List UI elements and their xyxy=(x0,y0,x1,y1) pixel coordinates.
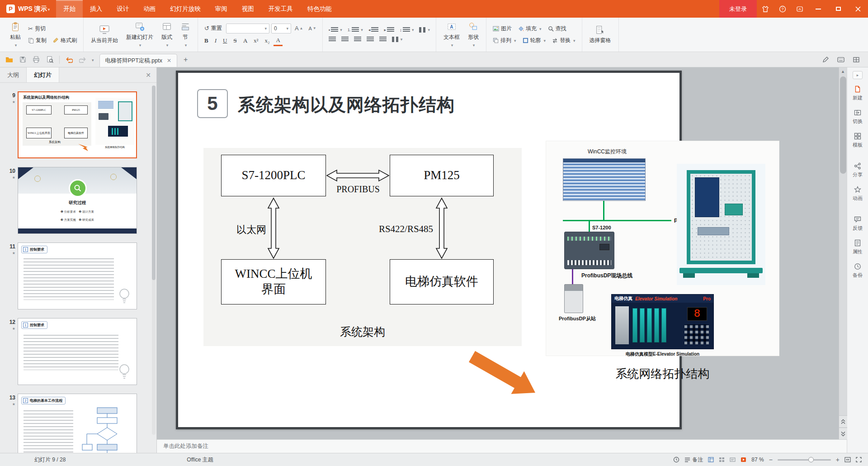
align-right-button[interactable] xyxy=(352,36,363,43)
find-button[interactable]: 查找 xyxy=(546,24,569,33)
zoom-in-button[interactable]: + xyxy=(836,456,840,463)
slide-9-editing-surface[interactable]: 5 系统架构以及网络拓扑结构 S7-1200PLC PM125 WINCC上位机… xyxy=(176,71,682,429)
bullets-button[interactable]: • xyxy=(327,26,344,33)
sidebar-item-new[interactable]: 新建 xyxy=(853,86,863,101)
selection-pane-button[interactable]: 选择窗格 xyxy=(586,24,614,46)
close-panel-icon[interactable]: ✕ xyxy=(140,71,156,79)
slide-thumbnail-9[interactable]: 系统架构以及网络拓扑结构 S7-1200PLC PM125 WINCC上位机界面… xyxy=(18,91,137,158)
topology-figure[interactable]: WinCC监控环境 Profinet工业以太网 S7-1200 Profibus… xyxy=(546,141,779,356)
replace-button[interactable]: 替换 xyxy=(550,36,578,45)
sidebar-item-share[interactable]: 分享 xyxy=(853,162,863,178)
slide-title[interactable]: 系统架构以及网络拓扑结构 xyxy=(238,93,455,117)
orange-arrow[interactable] xyxy=(467,350,540,399)
undo-icon[interactable] xyxy=(64,54,75,65)
notes-area[interactable]: 单击此处添加备注 xyxy=(157,439,847,453)
font-name-select[interactable] xyxy=(226,24,269,33)
redo-icon[interactable] xyxy=(77,54,88,65)
scrollbar-thumb[interactable] xyxy=(152,86,156,280)
slide-thumbnail-13[interactable]: 2 电梯的基本工作流程 xyxy=(18,394,137,453)
minimize-button[interactable] xyxy=(808,0,828,18)
tab-view[interactable]: 视图 xyxy=(235,0,261,18)
reading-view-icon[interactable] xyxy=(730,457,736,462)
increase-indent-button[interactable]: ▸ xyxy=(382,26,396,33)
slide-canvas[interactable]: 5 系统架构以及网络拓扑结构 S7-1200PLC PM125 WINCC上位机… xyxy=(157,67,839,439)
ink-pen-icon[interactable] xyxy=(820,54,831,65)
outline-tab[interactable]: 大纲 xyxy=(0,67,26,82)
font-color-button[interactable]: A xyxy=(274,36,282,46)
sidebar-item-animation[interactable]: 动画 xyxy=(853,186,863,202)
history-icon[interactable] xyxy=(673,456,679,463)
subscript-button[interactable]: x₂ xyxy=(262,36,272,45)
fit-slide-icon[interactable] xyxy=(844,457,851,462)
tab-slideshow[interactable]: 幻灯片放映 xyxy=(163,0,208,18)
login-button[interactable]: 未登录 xyxy=(719,0,757,18)
zoom-slider-thumb[interactable] xyxy=(808,457,814,462)
zoom-value[interactable]: 87 % xyxy=(751,456,764,463)
superscript-button[interactable]: x² xyxy=(251,36,260,45)
slide-thumbnail-12[interactable]: 1 控制要求 xyxy=(18,318,137,385)
architecture-diagram[interactable]: S7-1200PLC PM125 WINCC上位机界面 电梯仿真软件 PROFI… xyxy=(203,148,522,346)
tab-animation[interactable]: 动画 xyxy=(136,0,163,18)
thumbnail-scrollbar[interactable] xyxy=(152,86,156,435)
slide-thumbnail-10[interactable]: 研究过程 ❶ 分析要求 ❷ 设计方案 ❸ 方案实施 ❹ 研究成果 xyxy=(18,167,137,234)
copy-button[interactable]: 复制 xyxy=(26,36,49,45)
zoom-slider[interactable] xyxy=(778,459,831,461)
reset-button[interactable]: ↺重置 xyxy=(202,24,224,33)
topology-caption[interactable]: 系统网络拓扑结构 xyxy=(546,366,779,382)
arrange-button[interactable]: 排列 xyxy=(491,36,519,45)
new-document-tab-button[interactable]: + xyxy=(180,56,191,64)
decrease-indent-button[interactable]: ◂ xyxy=(367,26,381,33)
layout-button[interactable]: 版式 xyxy=(158,20,175,49)
new-slide-button[interactable]: 新建幻灯片 xyxy=(123,20,156,49)
document-tab[interactable]: 电梯答辩PPT定稿.pptx ✕ xyxy=(99,54,177,67)
sidebar-item-properties[interactable]: 属性 xyxy=(853,239,863,255)
line-spacing-button[interactable]: ↕ xyxy=(398,26,416,33)
tab-design[interactable]: 设计 xyxy=(109,0,136,18)
tab-devtools[interactable]: 开发工具 xyxy=(261,0,300,18)
slides-tab[interactable]: 幻灯片 xyxy=(26,67,59,82)
align-center-button[interactable] xyxy=(340,36,350,43)
close-document-icon[interactable]: ✕ xyxy=(167,57,171,64)
decrease-font-button[interactable]: A▼ xyxy=(307,25,318,32)
next-slide-button[interactable] xyxy=(839,428,847,439)
sidebar-item-transition[interactable]: 切换 xyxy=(853,109,863,125)
normal-view-icon[interactable] xyxy=(708,457,714,462)
print-preview-icon[interactable] xyxy=(44,54,55,65)
slide-thumbnail-11[interactable]: 1 控制要求 xyxy=(18,243,137,309)
slide-sorter-icon[interactable] xyxy=(719,457,725,462)
skin-icon[interactable] xyxy=(757,0,774,18)
previous-slide-button[interactable] xyxy=(839,415,847,427)
collapse-ribbon-icon[interactable] xyxy=(791,0,808,18)
window-layout-icon[interactable] xyxy=(851,54,862,65)
keyboard-icon[interactable] xyxy=(835,54,846,65)
undo-history-dropdown[interactable] xyxy=(91,57,94,63)
tab-features[interactable]: 特色功能 xyxy=(300,0,339,18)
slide-number-box[interactable]: 5 xyxy=(197,89,228,118)
bold-button[interactable]: B xyxy=(202,36,211,45)
align-left-button[interactable] xyxy=(327,36,338,43)
italic-button[interactable]: I xyxy=(212,36,219,45)
slideshow-play-icon[interactable] xyxy=(741,457,746,462)
fullscreen-icon[interactable] xyxy=(856,457,862,462)
justify-button[interactable] xyxy=(365,36,376,43)
play-from-current-button[interactable]: 从当前开始 xyxy=(88,24,121,46)
help-icon[interactable]: ? xyxy=(774,0,791,18)
sidebar-item-backup[interactable]: 备份 xyxy=(853,263,863,279)
collapse-sidebar-icon[interactable]: ▸ xyxy=(853,71,863,79)
maximize-button[interactable] xyxy=(828,0,848,18)
sidebar-item-template[interactable]: 模板 xyxy=(853,133,863,148)
canvas-scrollbar[interactable]: ▲ xyxy=(839,67,847,439)
tab-insert[interactable]: 插入 xyxy=(83,0,109,18)
tab-review[interactable]: 审阅 xyxy=(208,0,235,18)
distribute-button[interactable] xyxy=(377,36,388,43)
font-size-select[interactable]: 0 xyxy=(271,24,291,33)
columns-button[interactable] xyxy=(390,36,405,43)
theme-name[interactable]: Office 主题 xyxy=(187,456,213,464)
sidebar-item-feedback[interactable]: 反馈 xyxy=(853,216,863,232)
scrollbar-thumb[interactable] xyxy=(840,76,846,174)
text-shadow-button[interactable]: A xyxy=(241,36,250,45)
numbering-button[interactable]: 1. xyxy=(346,26,365,33)
save-icon[interactable] xyxy=(17,54,28,65)
fill-button[interactable]: 填充 xyxy=(516,24,544,33)
outline-button[interactable]: 轮廓 xyxy=(520,36,548,45)
